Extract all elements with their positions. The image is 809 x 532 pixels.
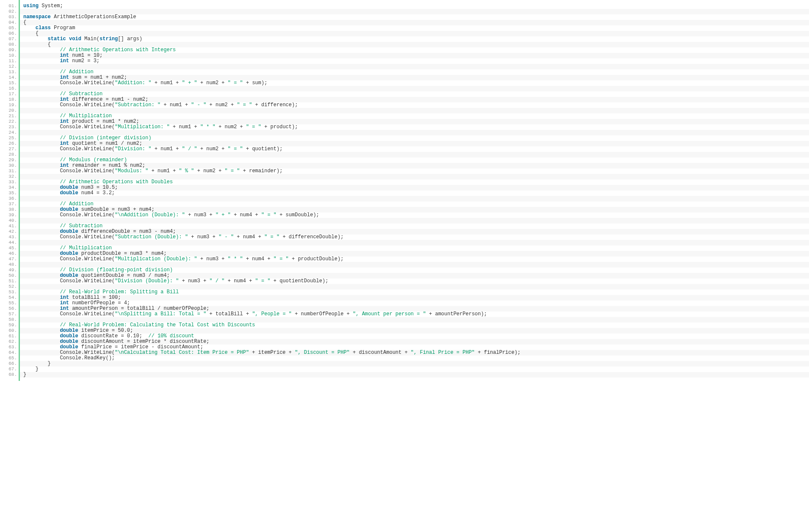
line-number: 59. xyxy=(0,323,19,328)
code-line: Console.WriteLine("Subtraction (Double):… xyxy=(20,234,809,240)
line-number: 11. xyxy=(0,58,19,64)
line-number: 34. xyxy=(0,185,19,190)
line-number: 15. xyxy=(0,80,19,86)
line-number: 47. xyxy=(0,256,19,262)
line-number: 53. xyxy=(0,289,19,295)
code-line: Console.WriteLine("Multiplication (Doubl… xyxy=(20,256,809,262)
line-number: 02. xyxy=(0,9,19,14)
line-number: 26. xyxy=(0,141,19,146)
code-line: Console.WriteLine("\nCalculating Total C… xyxy=(20,350,809,356)
code-line: Console.WriteLine("Division: " + num1 + … xyxy=(20,146,809,152)
line-number: 60. xyxy=(0,328,19,334)
line-number: 65. xyxy=(0,356,19,361)
line-number: 44. xyxy=(0,240,19,245)
line-number: 13. xyxy=(0,69,19,75)
line-number: 61. xyxy=(0,334,19,339)
code-line: Console.WriteLine("Multiplication: " + n… xyxy=(20,124,809,130)
line-number: 66. xyxy=(0,361,19,367)
code-line: double num3 = 10.5; xyxy=(20,185,809,190)
code-line xyxy=(20,196,809,201)
code-line xyxy=(20,218,809,223)
line-number: 41. xyxy=(0,223,19,229)
line-number: 38. xyxy=(0,207,19,212)
line-number: 35. xyxy=(0,190,19,196)
code-line: // Real-World Problem: Splitting a Bill xyxy=(20,289,809,295)
line-number: 43. xyxy=(0,234,19,240)
line-number: 68. xyxy=(0,372,19,378)
line-number: 55. xyxy=(0,300,19,306)
line-number: 39. xyxy=(0,212,19,218)
code-line: // Real-World Problem: Calculating the T… xyxy=(20,323,809,328)
line-number: 21. xyxy=(0,113,19,119)
line-number: 57. xyxy=(0,311,19,317)
line-number: 24. xyxy=(0,130,19,135)
line-number: 09. xyxy=(0,47,19,53)
code-line xyxy=(20,152,809,157)
line-number: 07. xyxy=(0,36,19,42)
code-line: using System; xyxy=(20,3,809,9)
code-line: class Program xyxy=(20,25,809,31)
code-line: namespace ArithmeticOperationsExample xyxy=(20,14,809,20)
line-number: 40. xyxy=(0,218,19,223)
line-number: 04. xyxy=(0,20,19,25)
line-number: 49. xyxy=(0,267,19,273)
code-line: // Addition xyxy=(20,69,809,75)
line-number: 42. xyxy=(0,229,19,234)
line-number: 50. xyxy=(0,273,19,278)
line-number: 28. xyxy=(0,152,19,157)
line-number: 12. xyxy=(0,64,19,69)
line-number: 29. xyxy=(0,157,19,163)
code-line: int totalBill = 100; xyxy=(20,295,809,300)
line-number: 45. xyxy=(0,245,19,251)
line-number: 20. xyxy=(0,108,19,113)
line-number: 48. xyxy=(0,262,19,267)
code-line: Console.WriteLine("\nSplitting a Bill: T… xyxy=(20,311,809,317)
line-number: 16. xyxy=(0,86,19,91)
line-number-gutter: 01.02.03.04.05.06.07.08.09.10.11.12.13.1… xyxy=(0,0,19,381)
line-number: 05. xyxy=(0,25,19,31)
code-line xyxy=(20,9,809,14)
line-number: 03. xyxy=(0,14,19,20)
line-number: 33. xyxy=(0,179,19,185)
line-number: 18. xyxy=(0,97,19,102)
code-line: Console.WriteLine("\nAddition (Double): … xyxy=(20,212,809,218)
code-line xyxy=(20,64,809,69)
line-number: 56. xyxy=(0,306,19,311)
line-number: 63. xyxy=(0,345,19,350)
line-number: 36. xyxy=(0,196,19,201)
line-number: 23. xyxy=(0,124,19,130)
line-number: 17. xyxy=(0,91,19,97)
line-number: 10. xyxy=(0,53,19,58)
line-number: 14. xyxy=(0,75,19,80)
line-number: 37. xyxy=(0,201,19,207)
line-number: 22. xyxy=(0,119,19,124)
code-content[interactable]: using System; namespace ArithmeticOperat… xyxy=(19,0,809,381)
code-line: int num1 = 10; xyxy=(20,53,809,58)
line-number: 46. xyxy=(0,251,19,256)
code-line: } xyxy=(20,367,809,372)
line-number: 51. xyxy=(0,278,19,284)
line-number: 52. xyxy=(0,284,19,289)
line-number: 54. xyxy=(0,295,19,300)
line-number: 30. xyxy=(0,163,19,168)
line-number: 25. xyxy=(0,135,19,141)
line-number: 31. xyxy=(0,168,19,174)
code-line: static void Main(string[] args) xyxy=(20,36,809,42)
line-number: 64. xyxy=(0,350,19,356)
code-line: Console.WriteLine("Subtraction: " + num1… xyxy=(20,102,809,108)
code-line: // Arithmetic Operations with Doubles xyxy=(20,179,809,185)
code-line: // Arithmetic Operations with Integers xyxy=(20,47,809,53)
code-line: { xyxy=(20,20,809,25)
line-number: 62. xyxy=(0,339,19,345)
code-line: } xyxy=(20,372,809,378)
line-number: 06. xyxy=(0,31,19,36)
code-line xyxy=(20,240,809,245)
code-line: int num2 = 3; xyxy=(20,58,809,64)
line-number: 27. xyxy=(0,146,19,152)
code-line xyxy=(20,86,809,91)
code-line: Console.WriteLine("Modulus: " + num1 + "… xyxy=(20,168,809,174)
code-line: Console.ReadKey(); xyxy=(20,356,809,361)
code-line xyxy=(20,108,809,113)
line-number: 01. xyxy=(0,3,19,9)
line-number: 08. xyxy=(0,42,19,47)
